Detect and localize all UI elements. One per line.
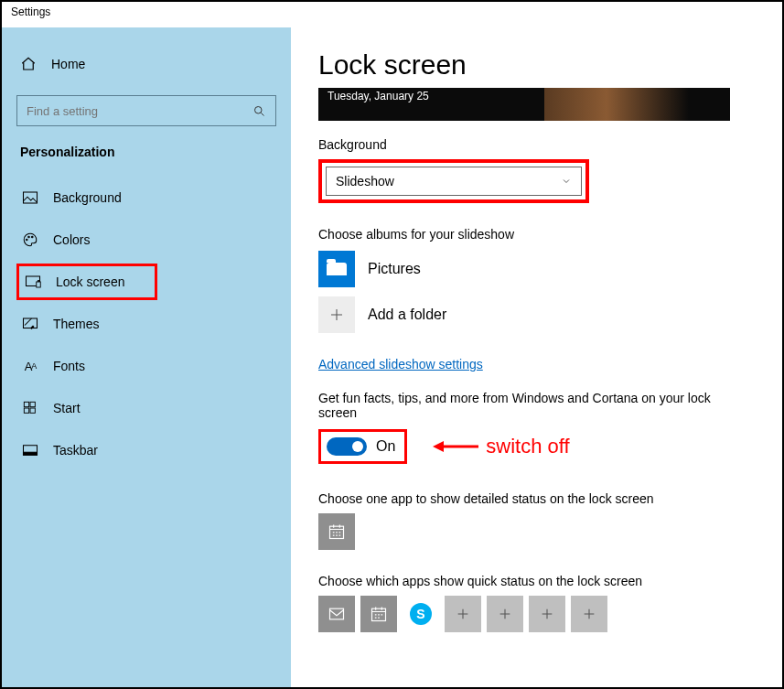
sidebar-item-label: Start <box>53 401 81 415</box>
sidebar: Home Personalization Background Colors <box>2 27 291 687</box>
sidebar-item-label: Themes <box>53 317 100 331</box>
sidebar-item-colors[interactable]: Colors <box>16 221 276 258</box>
calendar-icon <box>370 605 388 623</box>
advanced-settings-link[interactable]: Advanced slideshow settings <box>318 357 483 371</box>
search-field[interactable] <box>27 104 246 118</box>
background-label: Background <box>318 137 755 152</box>
plus-icon <box>456 607 470 621</box>
sidebar-item-start[interactable]: Start <box>16 390 276 426</box>
annotation-box-toggle: On <box>318 429 407 464</box>
svg-point-2 <box>27 239 28 241</box>
quick-status-label: Choose which apps show quick status on t… <box>318 574 755 588</box>
plus-icon <box>498 607 512 621</box>
sidebar-item-lock-screen[interactable]: Lock screen <box>16 264 157 300</box>
albums-label: Choose albums for your slideshow <box>318 227 755 242</box>
annotation-text: switch off <box>486 435 569 458</box>
fun-facts-label: Get fun facts, tips, and more from Windo… <box>318 391 739 420</box>
sidebar-item-themes[interactable]: Themes <box>16 306 276 342</box>
svg-marker-15 <box>433 441 444 452</box>
calendar-icon <box>328 522 346 541</box>
folder-icon <box>318 251 355 287</box>
palette-icon <box>22 231 38 248</box>
dropdown-value: Slideshow <box>336 174 394 188</box>
sidebar-item-fonts[interactable]: AA Fonts <box>16 348 276 384</box>
album-item-pictures[interactable]: Pictures <box>318 251 755 287</box>
sidebar-item-background[interactable]: Background <box>16 179 276 216</box>
svg-point-4 <box>32 236 34 238</box>
svg-rect-8 <box>24 402 28 406</box>
nav-list: Background Colors Lock screen Themes <box>16 179 276 468</box>
window-title: Settings <box>2 2 782 27</box>
quick-status-calendar[interactable] <box>360 596 397 632</box>
home-icon <box>20 56 37 72</box>
themes-icon <box>22 316 38 332</box>
plus-icon <box>318 296 355 333</box>
sidebar-item-label: Lock screen <box>56 275 124 289</box>
arrow-left-icon <box>433 437 478 456</box>
quick-status-add-2[interactable] <box>487 596 523 632</box>
search-input[interactable] <box>16 95 276 126</box>
quick-status-mail[interactable] <box>318 596 355 632</box>
sidebar-item-taskbar[interactable]: Taskbar <box>16 432 276 468</box>
lock-screen-icon <box>25 274 41 290</box>
page-title: Lock screen <box>318 49 755 81</box>
nav-home[interactable]: Home <box>20 46 276 82</box>
quick-status-add-4[interactable] <box>571 596 607 632</box>
album-name: Pictures <box>368 261 421 277</box>
toggle-state: On <box>376 438 395 455</box>
plus-icon <box>582 607 596 621</box>
section-title: Personalization <box>16 145 276 159</box>
quick-status-add-1[interactable] <box>445 596 481 632</box>
annotation-box-background: Slideshow <box>318 159 589 203</box>
quick-status-skype[interactable]: S <box>403 596 439 632</box>
fun-facts-toggle[interactable] <box>327 437 367 456</box>
svg-rect-17 <box>330 608 344 619</box>
chevron-down-icon <box>561 176 572 187</box>
search-icon <box>252 104 266 118</box>
background-dropdown[interactable]: Slideshow <box>326 167 582 196</box>
lock-screen-preview: Tuesday, January 25 <box>318 88 730 121</box>
detailed-status-label: Choose one app to show detailed status o… <box>318 491 755 506</box>
start-icon <box>22 400 38 416</box>
preview-date: Tuesday, January 25 <box>328 90 429 102</box>
sidebar-item-label: Taskbar <box>53 443 98 458</box>
annotation-switch-off: switch off <box>433 435 569 458</box>
sidebar-item-label: Background <box>53 190 122 205</box>
sidebar-item-label: Colors <box>53 232 90 247</box>
svg-rect-9 <box>30 402 35 406</box>
svg-rect-11 <box>30 408 35 413</box>
sidebar-item-label: Fonts <box>53 359 85 373</box>
plus-icon <box>540 607 554 621</box>
fonts-icon: AA <box>22 358 38 374</box>
svg-rect-10 <box>24 408 28 413</box>
add-folder-label: Add a folder <box>368 307 446 323</box>
svg-rect-6 <box>37 282 41 287</box>
svg-rect-13 <box>24 452 38 455</box>
mail-icon <box>328 605 346 623</box>
quick-status-apps: S <box>318 596 755 632</box>
taskbar-icon <box>22 442 38 458</box>
main-pane: Lock screen Tuesday, January 25 Backgrou… <box>291 27 782 687</box>
nav-home-label: Home <box>51 57 85 71</box>
svg-rect-1 <box>24 192 38 203</box>
svg-point-3 <box>28 236 30 238</box>
add-folder-button[interactable]: Add a folder <box>318 296 755 333</box>
detailed-status-app[interactable] <box>318 513 355 550</box>
svg-point-0 <box>255 106 263 113</box>
picture-icon <box>22 189 38 206</box>
skype-icon: S <box>410 603 432 625</box>
quick-status-add-3[interactable] <box>529 596 565 632</box>
